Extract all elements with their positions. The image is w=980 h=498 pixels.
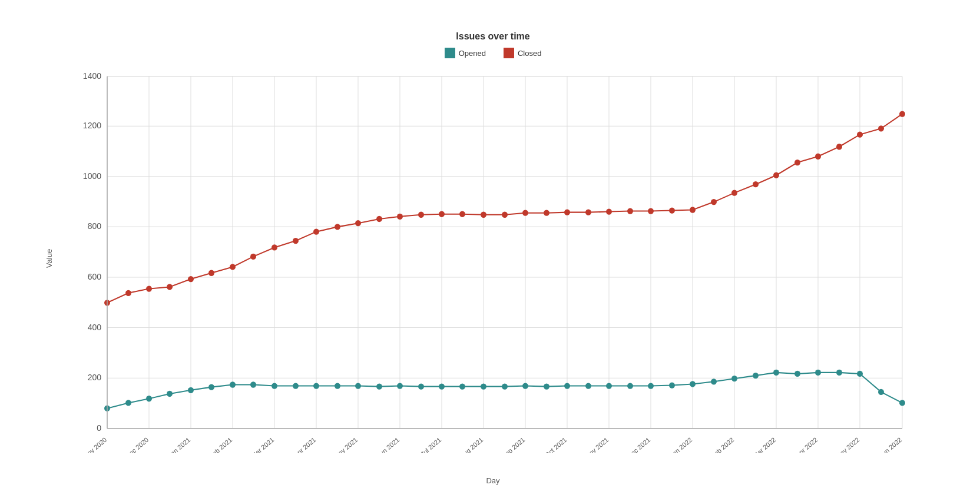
opened-dot-10 xyxy=(313,383,319,389)
opened-dot-32 xyxy=(773,370,779,376)
svg-text:Jun 2021: Jun 2021 xyxy=(376,436,400,453)
legend-label-opened: Opened xyxy=(459,49,486,58)
svg-text:Jan 2021: Jan 2021 xyxy=(167,436,191,453)
opened-dot-26 xyxy=(648,383,654,389)
svg-text:Oct 2021: Oct 2021 xyxy=(544,436,568,453)
svg-text:0: 0 xyxy=(97,423,101,433)
closed-dot-24 xyxy=(606,208,612,214)
closed-dot-4 xyxy=(188,276,194,282)
closed-dot-9 xyxy=(293,238,299,244)
opened-dot-30 xyxy=(731,376,737,381)
svg-text:Jul 2021: Jul 2021 xyxy=(419,436,442,453)
closed-dot-31 xyxy=(753,181,759,187)
opened-dot-37 xyxy=(878,389,884,395)
svg-rect-2 xyxy=(107,77,902,429)
closed-dot-37 xyxy=(878,125,884,131)
svg-text:Mar 2022: Mar 2022 xyxy=(751,436,777,453)
opened-dot-13 xyxy=(376,383,382,389)
opened-dot-21 xyxy=(544,383,549,389)
svg-text:May 2022: May 2022 xyxy=(835,436,861,453)
opened-dot-28 xyxy=(690,381,696,387)
closed-dot-34 xyxy=(815,154,821,160)
closed-dot-17 xyxy=(459,211,465,217)
main-chart-svg: .grid-line { stroke: #ddd; stroke-width:… xyxy=(72,64,914,453)
svg-text:800: 800 xyxy=(88,221,101,231)
closed-legend-icon xyxy=(504,48,514,58)
svg-text:Nov 2021: Nov 2021 xyxy=(584,436,610,453)
closed-dot-5 xyxy=(208,270,214,276)
closed-dot-15 xyxy=(418,212,424,218)
opened-dot-9 xyxy=(293,383,299,389)
closed-dot-20 xyxy=(522,210,528,216)
opened-dot-38 xyxy=(899,400,905,406)
y-axis-label: Value xyxy=(45,249,54,268)
svg-text:1200: 1200 xyxy=(83,121,101,130)
opened-legend-icon xyxy=(445,48,455,58)
svg-text:Apr 2021: Apr 2021 xyxy=(293,436,317,453)
closed-dot-11 xyxy=(335,224,340,230)
opened-dot-23 xyxy=(585,383,591,389)
opened-dot-6 xyxy=(230,381,236,387)
closed-dot-36 xyxy=(857,131,863,137)
svg-text:Sep 2021: Sep 2021 xyxy=(501,436,527,453)
opened-dot-31 xyxy=(753,373,759,379)
svg-rect-1 xyxy=(504,48,514,58)
svg-text:Dec 2020: Dec 2020 xyxy=(124,436,150,453)
chart-wrapper: Value Day .grid-line { stroke: #ddd; str… xyxy=(72,64,914,453)
opened-dot-11 xyxy=(335,383,340,389)
legend-label-closed: Closed xyxy=(518,49,541,58)
closed-dot-38 xyxy=(899,111,905,117)
closed-dot-3 xyxy=(167,284,173,290)
svg-text:1000: 1000 xyxy=(83,171,101,181)
closed-dot-7 xyxy=(250,254,256,260)
svg-text:Nov 2020: Nov 2020 xyxy=(82,436,108,453)
chart-container: Issues over time Opened Closed Value Day… xyxy=(31,19,949,479)
svg-rect-0 xyxy=(445,48,455,58)
svg-text:400: 400 xyxy=(88,322,101,331)
closed-dot-33 xyxy=(794,160,800,165)
svg-text:May 2021: May 2021 xyxy=(333,436,359,453)
opened-dot-5 xyxy=(208,384,214,390)
closed-dot-6 xyxy=(230,264,236,270)
opened-dot-16 xyxy=(439,383,445,389)
closed-dot-30 xyxy=(731,190,737,195)
chart-title: Issues over time xyxy=(72,31,914,42)
opened-dot-33 xyxy=(794,371,800,377)
closed-dot-18 xyxy=(481,212,486,218)
opened-dot-12 xyxy=(355,383,361,389)
opened-dot-4 xyxy=(188,387,194,393)
closed-dot-16 xyxy=(439,211,445,217)
closed-dot-23 xyxy=(585,209,591,215)
closed-dot-35 xyxy=(836,144,842,150)
closed-dot-28 xyxy=(690,207,696,213)
svg-text:Mar 2021: Mar 2021 xyxy=(250,436,275,453)
closed-dot-10 xyxy=(313,228,319,234)
opened-dot-14 xyxy=(397,383,403,389)
closed-dot-29 xyxy=(711,199,717,205)
opened-dot-2 xyxy=(146,396,152,401)
opened-dot-20 xyxy=(522,383,528,389)
opened-dot-7 xyxy=(250,381,256,387)
svg-text:Feb 2022: Feb 2022 xyxy=(710,436,735,453)
opened-dot-15 xyxy=(418,383,424,389)
closed-dot-12 xyxy=(355,220,361,226)
opened-dot-24 xyxy=(606,383,612,389)
opened-dot-8 xyxy=(272,383,277,389)
svg-text:Dec 2021: Dec 2021 xyxy=(626,436,652,453)
closed-dot-8 xyxy=(272,244,277,250)
opened-dot-17 xyxy=(459,383,465,389)
legend-item-closed: Closed xyxy=(504,48,541,58)
opened-dot-19 xyxy=(502,383,508,389)
opened-dot-27 xyxy=(669,382,675,388)
closed-dot-27 xyxy=(669,207,675,213)
svg-text:1400: 1400 xyxy=(83,71,101,81)
closed-dot-22 xyxy=(564,209,570,215)
opened-dot-3 xyxy=(167,391,173,397)
chart-legend: Opened Closed xyxy=(72,48,914,58)
svg-text:Feb 2021: Feb 2021 xyxy=(208,436,233,453)
closed-dot-21 xyxy=(544,210,549,216)
svg-text:600: 600 xyxy=(88,272,101,281)
closed-dot-26 xyxy=(648,208,654,214)
svg-text:Jun 2022: Jun 2022 xyxy=(878,436,903,453)
opened-dot-36 xyxy=(857,371,863,377)
